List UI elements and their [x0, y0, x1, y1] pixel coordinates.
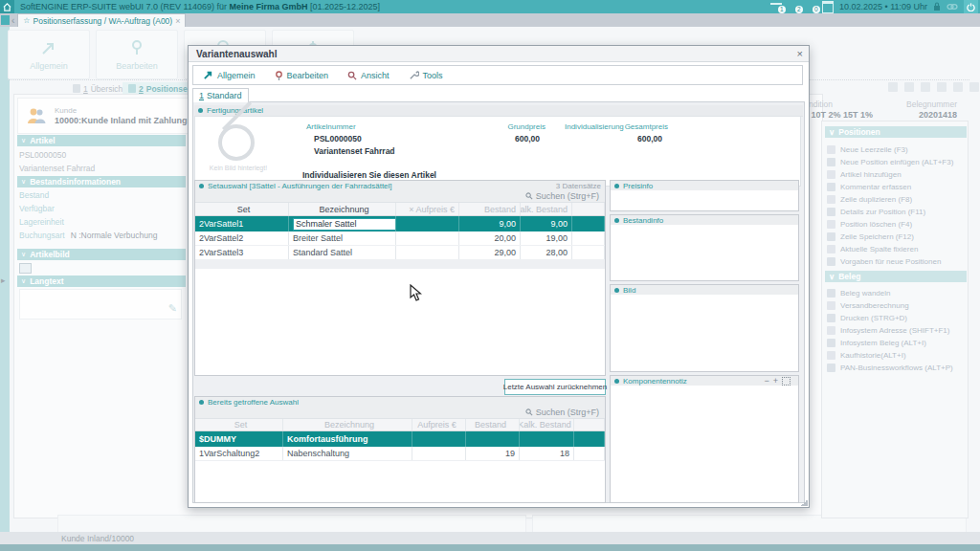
cell-bestand[interactable]: [466, 431, 520, 447]
cell-bezeichnung[interactable]: [289, 216, 396, 231]
collapse-dot-icon[interactable]: [199, 184, 204, 188]
table-row[interactable]: 2VarSattel3 Standard Sattel 29,00 28,00: [195, 246, 605, 260]
ribbon-bearbeiten-button[interactable]: Bearbeiten: [96, 30, 178, 79]
ribbon-allgemein-button[interactable]: Allgemein: [8, 30, 90, 79]
getroffene-search[interactable]: Suchen (Strg+F): [195, 407, 605, 419]
panel-icon[interactable]: [969, 82, 979, 92]
table-row-selected[interactable]: $DUMMY Komfortausführung: [195, 431, 605, 447]
cell-set[interactable]: 2VarSattel3: [195, 246, 289, 259]
cell-aufpreis[interactable]: [396, 216, 459, 231]
menu-item-infosystem-beleg[interactable]: Infosystem Beleg (ALT+I): [827, 337, 963, 348]
col-kalk-bestand[interactable]: Kalk. Bestand: [521, 203, 572, 215]
langtext-editor[interactable]: ✎: [19, 289, 182, 320]
col-bestand[interactable]: Bestand: [466, 419, 520, 430]
komponentennotiz-header[interactable]: Komponentennotiz − +: [611, 376, 798, 386]
cell-kalk[interactable]: 18: [520, 447, 574, 460]
stamp-icon[interactable]: [888, 82, 898, 92]
menu-item-neue-position[interactable]: Neue Position einfügen (ALT+F3): [827, 156, 963, 167]
menu-item-kaufhistorie[interactable]: Kaufhistorie(ALT+I): [827, 349, 963, 361]
bestandinfo-header[interactable]: Bestandinfo: [611, 215, 798, 225]
setauswahl-search[interactable]: Suchen (Strg+F): [195, 190, 605, 203]
col-aufpreis[interactable]: Aufpreis €: [412, 419, 466, 430]
zoom-out-icon[interactable]: −: [764, 376, 768, 386]
calendar-icon[interactable]: [822, 1, 834, 13]
printer-icon[interactable]: [953, 82, 963, 92]
logout-button[interactable]: [964, 0, 978, 13]
dialog-menu-allgemein[interactable]: Allgemein: [203, 70, 256, 80]
menu-item-zeile-speichern[interactable]: Zeile Speichern (F12): [827, 231, 963, 242]
link-icon[interactable]: [947, 3, 958, 11]
menu-item-spalte-fixieren[interactable]: Aktuelle Spalte fixieren: [827, 243, 963, 254]
resize-grip[interactable]: [801, 499, 808, 506]
main-window-tab[interactable]: ☆ Positionserfassung / WA-Auftrag (A00) …: [17, 13, 186, 27]
cell-set[interactable]: 2VarSattel2: [195, 231, 289, 245]
section-artikel[interactable]: ∨ Artikel: [17, 135, 186, 146]
menu-item-drucken[interactable]: Drucken (STRG+D): [827, 312, 963, 323]
menu-item-vorgaben[interactable]: Vorgaben für neue Positionen: [827, 255, 963, 267]
collapse-dot-icon[interactable]: [614, 288, 619, 293]
image-icon[interactable]: [921, 82, 930, 92]
section-langtext[interactable]: ∨ Langtext: [17, 276, 186, 287]
messages-icon[interactable]: 0: [805, 2, 816, 11]
grid-icon[interactable]: [904, 82, 914, 92]
cell-kalk[interactable]: 9,00: [521, 216, 572, 231]
menu-item-position-loeschen[interactable]: Position löschen (F4): [827, 218, 963, 230]
tab-close-icon[interactable]: ×: [175, 16, 180, 26]
bezeichnung-edit-input[interactable]: [293, 218, 396, 231]
cell-bezeichnung[interactable]: Breiter Sattel: [289, 231, 396, 245]
menu-item-beleg-wandeln[interactable]: Beleg wandeln: [827, 287, 963, 298]
getroffene-header[interactable]: Bereits getroffene Auswahl: [195, 397, 605, 407]
dialog-menu-tools[interactable]: Tools: [409, 71, 443, 80]
refresh-icon[interactable]: [937, 82, 947, 92]
menu-section-positionen[interactable]: ∨ Positionen: [825, 126, 967, 138]
col-bezeichnung[interactable]: Bezeichnung: [283, 419, 412, 430]
cell-bezeichnung[interactable]: Nabenschaltung: [283, 447, 412, 460]
cell-set[interactable]: $DUMMY: [195, 431, 283, 447]
undo-last-selection-button[interactable]: Letzte Auswahl zurücknehmen: [504, 379, 606, 395]
cell-bestand[interactable]: 29,00: [459, 246, 521, 259]
col-set[interactable]: Set: [195, 419, 283, 430]
getroffene-table-header[interactable]: Set Bezeichnung Aufpreis € Bestand Kalk.…: [195, 419, 605, 431]
cell-bestand[interactable]: 20,00: [459, 231, 521, 245]
menu-item-infosystem-adresse[interactable]: Infosystem Adresse (SHIFT+F1): [827, 324, 963, 336]
dialog-tab-standard[interactable]: 1 Standard: [192, 88, 249, 102]
col-kalk-bestand[interactable]: Kalk. Bestand: [520, 419, 574, 430]
cell-set[interactable]: 1VarSchaltung2: [195, 447, 283, 460]
dialog-titlebar[interactable]: Variantenauswahl ×: [189, 46, 809, 62]
cell-bestand[interactable]: 9,00: [459, 216, 521, 231]
dialog-menu-bearbeiten[interactable]: Bearbeiten: [275, 71, 329, 80]
table-row-selected[interactable]: 2VarSattel1 9,00 9,00: [195, 216, 605, 231]
dialog-close-button[interactable]: ×: [797, 48, 803, 59]
artikel-number-row[interactable]: PSL0000050: [19, 149, 180, 161]
cell-aufpreis[interactable]: [396, 246, 459, 259]
cell-bezeichnung[interactable]: Standard Sattel: [289, 246, 396, 259]
cell-aufpreis[interactable]: [396, 231, 459, 245]
col-bestand[interactable]: Bestand: [459, 203, 521, 215]
users-icon[interactable]: 2: [788, 2, 799, 11]
menu-item-versandberechnung[interactable]: Versandberechnung: [827, 299, 963, 311]
artikel-name-row[interactable]: Variantenset Fahrrad: [19, 163, 180, 174]
table-row[interactable]: 1VarSchaltung2 Nabenschaltung 19 18: [195, 447, 605, 461]
col-bezeichnung[interactable]: Bezeichnung: [289, 203, 396, 215]
cell-kalk[interactable]: 19,00: [521, 231, 572, 245]
edit-pencil-icon[interactable]: ✎: [168, 302, 177, 315]
home-button[interactable]: [0, 0, 14, 13]
favorite-star-icon[interactable]: ☆: [23, 16, 30, 25]
expand-icon[interactable]: [782, 377, 791, 386]
cell-kalk[interactable]: [520, 431, 574, 447]
individualize-link[interactable]: Individualisieren Sie diesen Artikel: [302, 170, 436, 180]
setauswahl-table-header[interactable]: Set Bezeichnung ×Aufpreis € Bestand Kalk…: [195, 203, 605, 216]
collapse-dot-icon[interactable]: [198, 108, 203, 113]
zoom-in-icon[interactable]: +: [773, 376, 778, 386]
cell-bestand[interactable]: 19: [466, 447, 520, 460]
section-bestandsinformationen[interactable]: ∨ Bestandsinformationen: [17, 176, 186, 187]
setauswahl-header[interactable]: Setauswahl [3Sattel - Ausführungen der F…: [195, 181, 605, 190]
section-artikelbild[interactable]: ∨ Artikelbild: [17, 249, 186, 260]
menu-item-pan-workflows[interactable]: PAN-Businessworkflows (ALT+P): [827, 362, 963, 373]
tabstrip-back-icon[interactable]: ‹: [11, 16, 14, 26]
dock-expand-arrow[interactable]: ▸: [1, 276, 6, 285]
menu-item-details-position[interactable]: Details zur Position (F11): [827, 206, 963, 217]
preisinfo-header[interactable]: Preisinfo: [611, 181, 798, 190]
col-aufpreis[interactable]: ×Aufpreis €: [396, 203, 459, 215]
bild-header[interactable]: Bild: [611, 285, 798, 295]
